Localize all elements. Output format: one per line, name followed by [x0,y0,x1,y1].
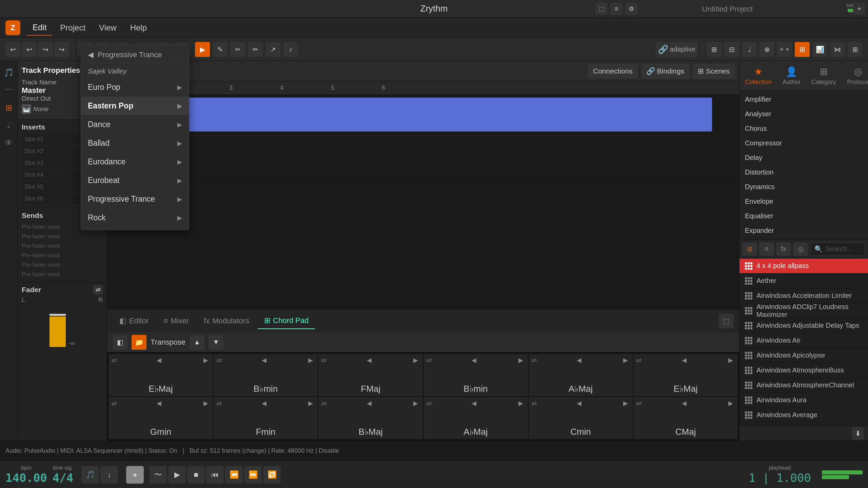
fader-link-btn[interactable]: ⇌ [93,285,103,294]
bindings-btn[interactable]: 🔗 Bindings [641,64,690,79]
dropdown-item-4[interactable]: Eurodance ▶ [81,152,189,171]
dropdown-header[interactable]: ◀ Progressive Trance [81,47,189,63]
nav-tempo-btn[interactable]: ♩ [1,118,16,133]
tab-editor[interactable]: ◧ Editor [113,313,155,329]
dropdown-item-5[interactable]: Eurobeat ▶ [81,171,189,190]
tab-mixer[interactable]: ≡ Mixer [157,313,196,329]
chord-pad-folder-btn[interactable]: 📁 [132,335,146,350]
chord-cell-9[interactable]: ⇌ ◀ ▶ B♭Maj [318,397,423,439]
rewind-btn[interactable]: ⏮ [206,466,224,484]
chord-2-next[interactable]: ▶ [306,356,315,365]
time-sig-value[interactable]: 4/4 [53,471,73,485]
repeat-btn[interactable]: 🔁 [263,466,281,484]
menu-btn[interactable]: ≡ [610,3,623,15]
category-compressor[interactable]: Compressor [739,136,868,150]
chord-12-prev[interactable]: ◀ [680,399,689,408]
filter-list-btn[interactable]: ≡ [759,242,774,256]
tab-category[interactable]: ⊞ Category [806,63,842,88]
chord-5-next[interactable]: ▶ [621,356,630,365]
snap-btn[interactable]: ⊞ [707,42,722,57]
dropdown-item-2[interactable]: Dance ▶ [81,115,189,134]
chord-cell-4[interactable]: ⇌ ◀ ▶ B♭min [423,354,528,396]
menu-project[interactable]: Project [55,20,91,35]
chord-9-prev[interactable]: ◀ [365,399,374,408]
chord-7-next[interactable]: ▶ [201,399,210,408]
category-analyser[interactable]: Analyser [739,107,868,121]
chord-4-next[interactable]: ▶ [516,356,525,365]
chart-btn[interactable]: 📊 [812,42,827,57]
tap-btn[interactable]: ↓ [100,466,118,484]
menu-view[interactable]: View [94,20,122,35]
chord-6-next[interactable]: ▶ [726,356,735,365]
chord-3-prev[interactable]: ◀ [365,356,374,365]
connections-btn[interactable]: Connections [588,64,638,79]
category-expander[interactable]: Expander [739,223,868,238]
category-amplifier[interactable]: Amplifier [739,92,868,107]
redo2-btn[interactable]: ↪ [54,42,69,57]
note-btn[interactable]: ♩ [742,42,757,57]
chord-8-prev[interactable]: ◀ [260,399,269,408]
plugin-item-2[interactable]: Airwindows Acceleration Limiter [739,288,868,303]
play-btn[interactable]: ▶ [195,42,210,57]
chord-2-prev[interactable]: ◀ [260,356,269,365]
category-envelope[interactable]: Envelope [739,194,868,209]
playhead-value[interactable]: 1 | 1.000 [749,471,811,485]
panel-expand-btn[interactable]: ⬚ [719,313,734,328]
category-equaliser[interactable]: Equaliser [739,209,868,223]
chord-9-next[interactable]: ▶ [411,399,420,408]
chord-6-prev[interactable]: ◀ [680,356,689,365]
chord-cell-7[interactable]: ⇌ ◀ ▶ Gmin [108,397,213,439]
chord-7-prev[interactable]: ◀ [155,399,163,408]
plugin-item-11[interactable]: Airwindows AverMatrix [739,423,868,426]
menu-help[interactable]: Help [125,20,152,35]
nav-wave-btn[interactable]: 〰 [1,83,16,98]
chord-cell-2[interactable]: ⇌ ◀ ▶ B♭min [214,354,318,396]
plugin-item-10[interactable]: Airwindows Average [739,408,868,423]
fast-forward-btn[interactable]: ⏩ [244,466,262,484]
nav-chord-btn[interactable]: ⊞ [1,100,16,115]
plugin-item-5[interactable]: Airwindows Air [739,333,868,348]
dropdown-item-1[interactable]: Eastern Pop ▶ [81,97,189,115]
bpm-value[interactable]: 140.00 [5,471,47,485]
right-panel-scroll-btn[interactable]: ⬇ [852,427,864,440]
category-distortion[interactable]: Distortion [739,165,868,180]
undo2-btn[interactable]: ↩ [22,42,37,57]
plugin-item-7[interactable]: Airwindows AtmosphereBuss [739,363,868,378]
eraser-btn[interactable]: ✏ [248,42,263,57]
mute-btn[interactable]: ♪ [283,42,298,57]
dot-btn[interactable]: ⚬⚬ [777,42,792,57]
pencil-btn[interactable]: ✎ [213,42,228,57]
grid-btn[interactable]: ⊞ [848,42,863,57]
nav-eye-btn[interactable]: 👁 [1,136,16,150]
chord-cell-12[interactable]: ⇌ ◀ ▶ CMaj [633,397,738,439]
chord-10-prev[interactable]: ◀ [470,399,478,408]
fader-visual[interactable]: -∞ [22,306,103,347]
record-btn[interactable]: ● [126,466,144,484]
redo-btn[interactable]: ↪ [38,42,53,57]
chord-cell-1[interactable]: ⇌ ◀ ▶ E♭Maj [108,354,213,396]
tab-protocol[interactable]: ◎ Protocol [842,63,868,88]
merge-btn[interactable]: ⋈ [830,42,845,57]
transpose-up-btn[interactable]: ▲ [190,335,204,350]
fast-rewind-btn[interactable]: ⏪ [225,466,243,484]
chord-cell-3[interactable]: ⇌ ◀ ▶ FMaj [318,354,423,396]
plugin-item-3[interactable]: Airwindows ADClip7 Loudness Maximizer [739,303,868,318]
ramp-btn[interactable]: ↗ [265,42,280,57]
play-transport-btn[interactable]: ▶ [168,466,186,484]
right-panel-add-btn[interactable]: + [853,3,865,15]
chord-11-prev[interactable]: ◀ [575,399,584,408]
chord-btn[interactable]: ⊞ [795,42,810,57]
plugin-item-1[interactable]: Aether [739,273,868,288]
chord-3-next[interactable]: ▶ [411,356,420,365]
plugin-item-9[interactable]: Airwindows Aura [739,393,868,408]
loop-indicator[interactable]: 〜 [149,466,167,484]
menu-edit[interactable]: Edit [27,20,52,36]
fader-bar[interactable] [50,317,66,347]
plugin-item-0[interactable]: 4 x 4 pole allpass [739,259,868,273]
chord-cell-11[interactable]: ⇌ ◀ ▶ Cmin [529,397,633,439]
snap2-btn[interactable]: ⊟ [724,42,739,57]
plugin-item-4[interactable]: Airwindows Adjustable Delay Taps [739,318,868,333]
plugin-search-box[interactable]: 🔍 Search... [810,242,865,256]
chord-pad-view-btn[interactable]: ◧ [113,335,127,350]
metronome-btn[interactable]: 🎵 [81,466,99,484]
